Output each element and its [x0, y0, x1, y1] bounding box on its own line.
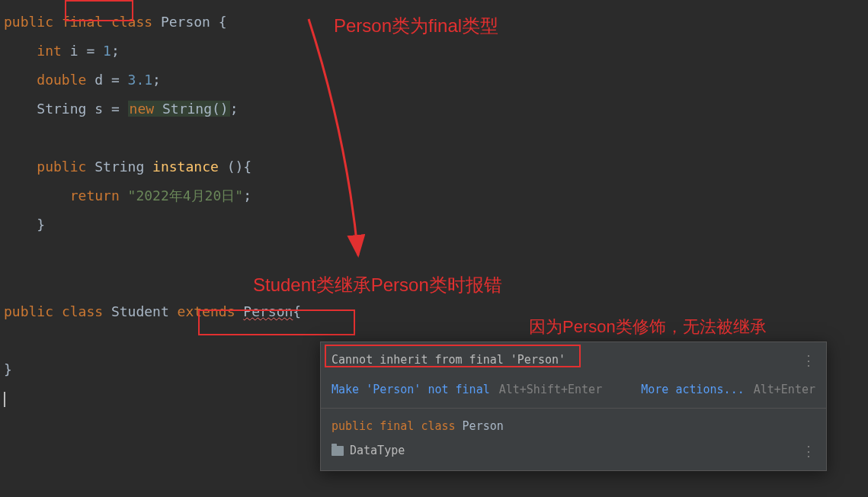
- var-name: s: [94, 101, 103, 117]
- keyword-public: public: [4, 303, 53, 319]
- code-line: String s = new String();: [4, 95, 868, 123]
- shortcut-label: Alt+Enter: [754, 381, 815, 399]
- shortcut-label: Alt+Shift+Enter: [499, 381, 602, 399]
- code-line: return "2022年4月20日";: [4, 181, 868, 210]
- keyword-class: class: [111, 14, 152, 30]
- location-label: DataType: [350, 442, 405, 460]
- error-message: Cannot inherit from final 'Person': [332, 351, 565, 369]
- blank-line: [4, 239, 868, 268]
- ctor: String(): [162, 101, 229, 117]
- error-tooltip: Cannot inherit from final 'Person' ⋮ Mak…: [320, 341, 827, 471]
- keyword-new: new: [130, 101, 155, 117]
- more-icon[interactable]: ⋮: [802, 350, 815, 370]
- type-int: int: [37, 43, 62, 59]
- error-parent-class: Person: [243, 303, 293, 319]
- more-actions-link[interactable]: More actions...: [641, 381, 744, 399]
- string-literal: "2022年4月20日": [128, 188, 244, 204]
- quickfix-link[interactable]: Make 'Person' not final: [332, 381, 490, 399]
- code-line: }: [4, 210, 868, 239]
- type-double: double: [37, 72, 86, 88]
- keyword-public: public: [4, 14, 53, 30]
- annotation-label-1: Person类为final类型: [334, 14, 498, 38]
- brace: {: [210, 14, 227, 30]
- annotation-label-2: Student类继承Person类时报错: [253, 273, 502, 297]
- keyword-class: class: [62, 303, 103, 319]
- method-name: instance: [152, 159, 219, 175]
- var-name: d: [94, 72, 103, 88]
- type-string: String: [37, 101, 86, 117]
- more-icon[interactable]: ⋮: [802, 441, 815, 461]
- return-type: String: [94, 159, 144, 175]
- keyword-extends: extends: [178, 303, 235, 319]
- folder-icon: [332, 446, 344, 456]
- number-literal: 1: [103, 43, 111, 59]
- code-line: double d = 3.1;: [4, 66, 868, 95]
- blank-line: [4, 123, 868, 152]
- class-name: Person: [161, 14, 210, 30]
- keyword-public: public: [37, 159, 86, 175]
- class-name: Student: [111, 303, 169, 319]
- number-literal: 3.1: [128, 72, 153, 88]
- var-name: i: [70, 43, 78, 59]
- signature-preview: public final class Person: [321, 409, 826, 438]
- code-line: public String instance (){: [4, 152, 868, 181]
- annotation-label-3: 因为Person类修饰，无法被继承: [529, 316, 767, 338]
- code-line: int i = 1;: [4, 37, 868, 66]
- text-caret: [4, 392, 5, 407]
- keyword-final: final: [62, 14, 103, 30]
- keyword-return: return: [70, 188, 120, 204]
